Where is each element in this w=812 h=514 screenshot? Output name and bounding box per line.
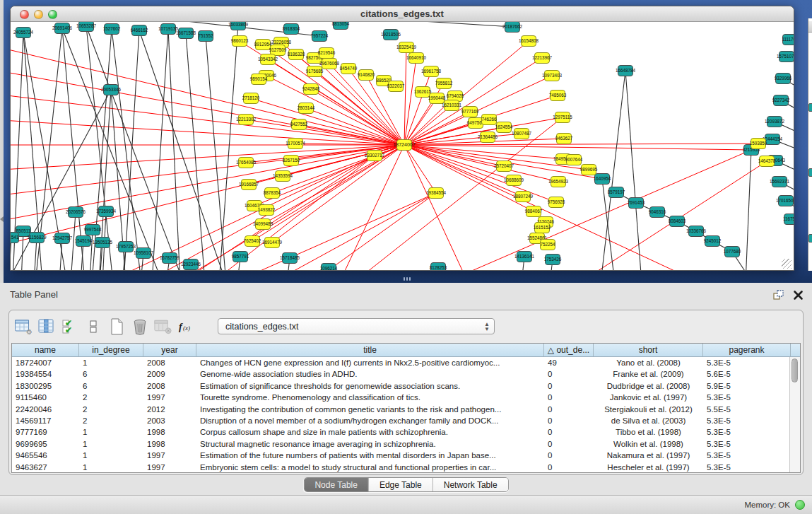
panel-collapse-arrow-icon[interactable] — [0, 216, 4, 222]
graph-node[interactable]: 15720407 — [494, 161, 514, 172]
graph-node[interactable]: 9777169 — [461, 107, 479, 117]
graph-node[interactable]: 7625402 — [244, 236, 261, 247]
graph-node[interactable]: 8579197 — [608, 187, 625, 198]
graph-node[interactable]: 6466162 — [131, 25, 148, 36]
graph-node[interactable]: 1615152 — [534, 223, 551, 233]
column-header-year[interactable]: year — [143, 344, 196, 356]
graph-node[interactable]: 16154808 — [519, 36, 539, 47]
graph-node[interactable]: 9756928 — [548, 197, 565, 208]
graph-node[interactable]: 8267150 — [283, 156, 300, 166]
select-columns-icon[interactable]: ✔✔ — [60, 317, 79, 337]
graph-node[interactable]: 13505135 — [93, 238, 113, 248]
graph-node[interactable]: 10688609 — [504, 175, 524, 186]
graph-node[interactable]: 9245012 — [704, 236, 722, 247]
graph-node[interactable]: 1753426 — [544, 255, 562, 265]
delete-table-icon[interactable] — [153, 317, 172, 337]
graph-node[interactable]: 12923446 — [181, 259, 201, 270]
graph-node[interactable]: 10653287 — [76, 22, 97, 32]
graph-node[interactable]: 29676068 — [319, 59, 340, 69]
tab-node-table[interactable]: Node Table — [304, 478, 369, 491]
graph-node[interactable]: 17016504 — [776, 196, 794, 206]
delete-rows-icon[interactable] — [130, 317, 149, 337]
graph-node[interactable]: 12093872 — [765, 117, 785, 127]
table-row[interactable]: 1872400712008Changes of HCN gene express… — [12, 357, 800, 368]
graph-node[interactable]: 9046316 — [649, 207, 666, 218]
graph-node[interactable]: 7691453 — [628, 198, 645, 209]
column-header-name[interactable]: name — [12, 344, 79, 356]
graph-node[interactable]: 10958107 — [134, 248, 154, 259]
graph-node[interactable]: 16210331 — [442, 100, 462, 111]
network-canvas[interactable]: 2405572420691406106532871527602646616210… — [11, 22, 794, 271]
graph-node[interactable]: 8918304 — [283, 24, 300, 35]
graph-node[interactable]: 8454749 — [340, 64, 358, 74]
graph-node[interactable]: 10807487 — [512, 129, 532, 139]
table-row[interactable]: 2242004622012Investigating the contribut… — [12, 404, 800, 415]
close-button[interactable] — [20, 10, 29, 19]
panel-close-icon[interactable] — [793, 290, 804, 303]
graph-node[interactable]: 8878354 — [264, 188, 281, 199]
graph-node[interactable]: 1096214 — [320, 264, 338, 271]
graph-node[interactable]: 12975115 — [553, 112, 572, 123]
graph-node[interactable]: 1545194 — [75, 236, 93, 247]
graph-node[interactable]: 391541 — [11, 233, 19, 243]
graph-node[interactable]: 7957224 — [311, 31, 329, 42]
graph-node[interactable]: 746266 — [481, 115, 497, 125]
graph-node[interactable]: 1527602 — [103, 24, 121, 35]
graph-node[interactable]: 17654085 — [236, 158, 257, 168]
graph-node[interactable]: 8128253 — [430, 263, 447, 271]
column-header-in_degree[interactable]: in_degree — [79, 344, 143, 356]
tab-edge-table[interactable]: Edge Table — [369, 478, 433, 491]
graph-node[interactable]: 8322037 — [387, 81, 405, 92]
graph-node[interactable]: 1111704 — [782, 35, 794, 45]
table-row[interactable]: 969969511998Structural magnetic resonanc… — [12, 438, 800, 450]
graph-node[interactable]: 751552 — [198, 31, 213, 42]
table-select-dropdown[interactable]: citations_edges.txt ▲▼ — [218, 318, 495, 334]
column-header-title[interactable]: title — [196, 344, 544, 356]
graph-node[interactable]: 18807249 — [513, 192, 534, 202]
table-row[interactable]: 911546021997Tourette syndrome. Phenomeno… — [12, 392, 800, 403]
graph-node[interactable]: 14136141 — [514, 252, 535, 262]
column-header-pagerank[interactable]: pagerank — [703, 344, 791, 356]
graph-node[interactable]: 8813054 — [332, 22, 350, 30]
graph-node[interactable]: 1167533 — [783, 214, 794, 225]
graph-node[interactable]: 1464378 — [758, 156, 776, 167]
table-row[interactable]: 1830029562008Estimation of significance … — [12, 380, 800, 392]
graph-node[interactable]: 1640954 — [594, 174, 611, 185]
graph-node[interactable]: 12213302 — [236, 115, 257, 125]
window-titlebar[interactable]: citations_edges.txt — [11, 6, 794, 22]
graph-node[interactable]: 12213967 — [532, 53, 553, 64]
graph-node[interactable]: 10543342 — [258, 54, 278, 65]
graph-node[interactable]: 21364486 — [478, 132, 498, 143]
graph-node[interactable]: 14353594 — [273, 171, 293, 182]
graph-node[interactable]: 15751074 — [777, 52, 794, 62]
graph-node[interactable]: 14099489 — [253, 219, 273, 230]
zoom-button[interactable] — [48, 10, 57, 19]
graph-node[interactable]: 16782759 — [160, 253, 180, 264]
table-row[interactable]: 1456911722003Disruption of a novel membe… — [12, 415, 800, 426]
graph-node[interactable]: 8427552 — [290, 119, 308, 130]
graph-node[interactable]: 9463627 — [555, 134, 573, 144]
row-height-icon[interactable] — [83, 317, 102, 337]
graph-node[interactable]: 2803144 — [298, 103, 315, 114]
graph-node[interactable]: 20187662 — [502, 22, 523, 33]
table-mode-icon[interactable]: ⚙ — [13, 317, 33, 337]
graph-node[interactable]: 9997548 — [84, 225, 102, 235]
graph-node[interactable]: 9242848 — [302, 84, 320, 95]
graph-node[interactable]: 9175685 — [306, 66, 324, 77]
graph-node[interactable]: 16640910 — [406, 53, 427, 64]
graph-node[interactable]: 752254 — [540, 240, 555, 250]
graph-node[interactable]: 9860123 — [231, 36, 249, 47]
function-builder-icon[interactable]: f(x) — [177, 317, 196, 337]
split-divider-grip[interactable] — [403, 276, 411, 281]
graph-node[interactable]: 19218506 — [381, 30, 401, 40]
graph-node[interactable]: 9857791 — [232, 252, 249, 262]
table-row[interactable]: 946554611997Estimation of the future num… — [12, 450, 800, 461]
window-resize-grip[interactable] — [782, 259, 792, 269]
new-table-icon[interactable] — [107, 317, 126, 337]
graph-node[interactable]: 16961758 — [421, 66, 442, 77]
minimize-button[interactable] — [34, 10, 43, 19]
graph-node[interactable]: 12942757 — [52, 233, 73, 244]
table-scrollbar-thumb[interactable] — [792, 358, 798, 382]
show-columns-icon[interactable] — [37, 317, 56, 337]
graph-node[interactable]: 17359934 — [96, 206, 117, 217]
